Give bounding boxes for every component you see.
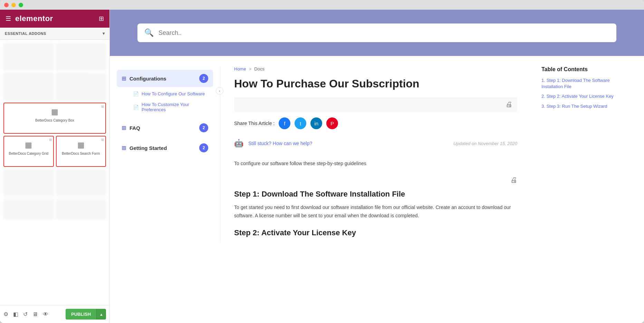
print-bar-2: 🖨 (234, 176, 517, 184)
close-button[interactable] (4, 3, 9, 7)
widget-placeholder-4 (56, 73, 106, 101)
minimize-button[interactable] (11, 3, 16, 7)
faq-icon: ⊞ (122, 125, 126, 131)
share-linkedin-button[interactable]: in (310, 117, 322, 129)
grid-icon[interactable]: ⊞ (99, 15, 104, 22)
widget-search-form[interactable]: ⊞ ▦ BetterDocs Search Form (56, 136, 106, 167)
widget-category-grid-label: BetterDocs Category Grid (9, 152, 49, 155)
faq-badge: 2 (199, 123, 208, 132)
widget-placeholder-1 (3, 43, 54, 71)
doc-nav: ‹ ⊞ Configurations 2 (110, 66, 220, 242)
nav-category-header-getting-started[interactable]: ⊞ Getting Started 2 (117, 139, 213, 156)
widgets-row-2 (3, 73, 106, 101)
widget-corner-icon-2: ⊞ (49, 138, 52, 142)
widget-category-box-icon: ▦ (51, 107, 58, 116)
nav-category-getting-started: ⊞ Getting Started 2 (117, 139, 213, 156)
doc-print-bar: 🖨 (234, 97, 517, 112)
getting-started-badge: 2 (199, 143, 208, 152)
widget-category-grid-icon: ▦ (25, 141, 32, 150)
print-icon-2[interactable]: 🖨 (510, 176, 517, 184)
doc-content: Home > Docs How To Purchase Our Subscrip… (220, 66, 531, 242)
customize-preferences-label: How To Customize Your Preferences (142, 102, 210, 112)
nav-category-title-faq: ⊞ FAQ (122, 125, 140, 131)
widget-placeholder-3 (3, 73, 54, 101)
faq-label: FAQ (129, 125, 140, 131)
share-facebook-button[interactable]: f (279, 117, 290, 129)
share-pinterest-button[interactable]: P (326, 117, 338, 129)
help-text[interactable]: Still stuck? How can we help? (248, 141, 312, 146)
header-left: ☰ elementor (6, 14, 53, 23)
layers-icon[interactable]: ◧ (13, 311, 18, 317)
breadcrumb-home[interactable]: Home (234, 66, 246, 72)
addons-label: ESSENTIAL ADDONS (5, 31, 46, 36)
title-bar (0, 0, 644, 10)
step-2-title: Step 2: Activate Your License Key (234, 228, 517, 237)
breadcrumb-separator: > (249, 66, 252, 72)
widget-category-grid[interactable]: ⊞ ▦ BetterDocs Category Grid (3, 136, 54, 167)
widget-placeholder-6 (56, 169, 106, 197)
nav-category-title-configurations: ⊞ Configurations (122, 75, 166, 82)
widgets-grid: ⊞ ▦ BetterDocs Category Box ⊞ ▦ BetterDo… (0, 40, 109, 305)
widgets-row-1 (3, 43, 106, 71)
widget-search-form-icon: ▦ (77, 141, 85, 150)
hamburger-icon[interactable]: ☰ (6, 15, 11, 22)
widget-corner-icon: ⊞ (101, 105, 104, 108)
toc-title: Table of Contents (541, 66, 617, 73)
widget-category-box[interactable]: ⊞ ▦ BetterDocs Category Box (3, 103, 106, 134)
widget-corner-icon-3: ⊞ (101, 138, 104, 142)
elementor-logo: elementor (15, 14, 53, 23)
subitem-icon-configure: 📄 (133, 91, 139, 96)
breadcrumb: Home > Docs (234, 66, 517, 72)
toc-item-3[interactable]: 3. Step 3: Run The Setup Wizard (541, 103, 617, 110)
configure-software-label: How To Configure Our Software (142, 91, 205, 96)
publish-group: PUBLISH ▲ (66, 309, 106, 320)
step-1-body: To get started you need to first downloa… (234, 203, 517, 220)
nav-category-title-getting-started: ⊞ Getting Started (122, 145, 167, 151)
step-1-title: Step 1: Download The Software Installati… (234, 190, 517, 199)
widgets-row-4 (3, 199, 106, 219)
elementor-header: ☰ elementor ⊞ (0, 10, 109, 28)
nav-subitem-customize-preferences[interactable]: 📄 How To Customize Your Preferences (130, 99, 213, 115)
help-row: 🤖 Still stuck? How can we help? Updated … (234, 135, 517, 151)
nav-category-faq: ⊞ FAQ 2 (117, 119, 213, 136)
publish-button[interactable]: PUBLISH (66, 309, 96, 320)
article-title: How To Purchase Our Subscription (234, 77, 517, 90)
toc-item-2[interactable]: 2. Step 2: Activate Your License Key (541, 93, 617, 99)
configurations-subitems: 📄 How To Configure Our Software 📄 How To… (117, 87, 213, 116)
getting-started-label: Getting Started (129, 145, 167, 151)
widget-placeholder-5 (3, 169, 54, 197)
dropdown-arrow-icon[interactable]: ▾ (103, 31, 105, 36)
elementor-bottom-toolbar: ⚙ ◧ ↺ 🖥 👁 PUBLISH ▲ (0, 305, 109, 323)
nav-collapse-button[interactable]: ‹ (216, 87, 223, 95)
configurations-badge: 2 (199, 74, 208, 83)
history-icon[interactable]: ↺ (23, 311, 28, 317)
breadcrumb-section: Docs (254, 66, 265, 72)
widgets-row-3 (3, 169, 106, 197)
settings-icon[interactable]: ⚙ (3, 311, 8, 317)
toc-sidebar: Table of Contents 1. Step 1: Download Th… (531, 66, 628, 242)
search-box: 🔍 (137, 23, 616, 42)
print-icon[interactable]: 🖨 (506, 101, 512, 108)
help-icon: 🤖 (234, 139, 243, 148)
widget-category-box-label: BetterDocs Category Box (35, 118, 74, 122)
maximize-button[interactable] (19, 3, 23, 7)
configurations-label: Configurations (129, 76, 166, 82)
search-input[interactable] (158, 29, 609, 37)
search-icon: 🔍 (144, 28, 154, 37)
publish-dropdown-button[interactable]: ▲ (96, 309, 106, 320)
bottom-icons: ⚙ ◧ ↺ 🖥 👁 (3, 311, 48, 317)
configurations-icon: ⊞ (122, 75, 126, 82)
nav-category-header-configurations[interactable]: ⊞ Configurations 2 (117, 70, 213, 87)
nav-category-configurations: ⊞ Configurations 2 📄 How To Configure Ou… (117, 70, 213, 116)
widget-search-form-label: BetterDocs Search Form (62, 152, 100, 155)
subitem-icon-customize: 📄 (133, 105, 139, 110)
share-row: Share This Article : f t in P (234, 117, 517, 129)
share-twitter-button[interactable]: t (295, 117, 306, 129)
preview-icon[interactable]: 👁 (43, 311, 48, 317)
nav-subitem-configure-software[interactable]: 📄 How To Configure Our Software (130, 88, 213, 99)
share-label: Share This Article : (234, 121, 275, 126)
toc-item-1[interactable]: 1. Step 1: Download The Software Install… (541, 77, 617, 90)
responsive-icon[interactable]: 🖥 (32, 311, 38, 317)
app-body: ☰ elementor ⊞ ESSENTIAL ADDONS ▾ (0, 10, 644, 323)
nav-category-header-faq[interactable]: ⊞ FAQ 2 (117, 119, 213, 136)
